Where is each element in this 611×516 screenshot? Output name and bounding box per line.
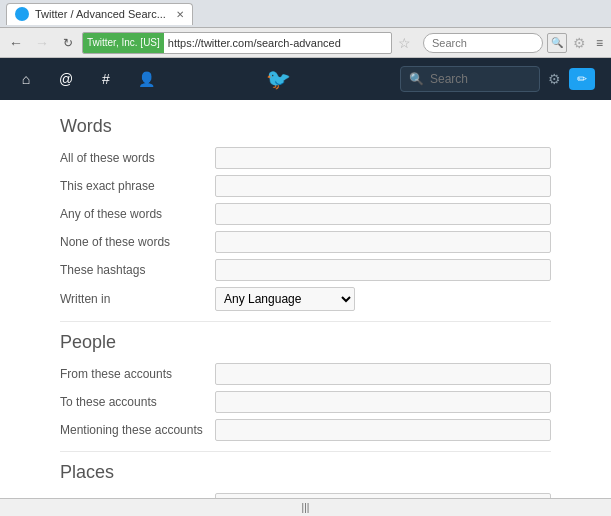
address-bar[interactable]: Twitter, Inc. [US] https://twitter.com/s… — [82, 32, 392, 54]
nav-bar: ← → ↻ Twitter, Inc. [US] https://twitter… — [0, 28, 611, 58]
twitter-search-input[interactable] — [430, 72, 530, 86]
toolbar-right-area: 🔍 ⚙ ✏ — [400, 66, 595, 92]
bookmark-star[interactable]: ☆ — [394, 35, 415, 51]
twitter-toolbar: ⌂ @ # 👤 🐦 🔍 ⚙ ✏ — [0, 58, 611, 100]
hashtags-row: These hashtags — [60, 259, 551, 281]
browser-search-go[interactable]: 🔍 — [547, 33, 567, 53]
nav-menu-button[interactable]: ≡ — [592, 36, 607, 50]
exact-phrase-row: This exact phrase — [60, 175, 551, 197]
status-bar: ||| — [0, 498, 611, 516]
people-divider — [60, 451, 551, 452]
twitter-bird-logo: 🐦 — [266, 67, 291, 91]
places-section-title: Places — [60, 462, 551, 483]
user-icon[interactable]: 👤 — [136, 69, 156, 89]
back-button[interactable]: ← — [4, 32, 28, 54]
none-words-input[interactable] — [215, 231, 551, 253]
browser-search-input[interactable] — [423, 33, 543, 53]
hash-icon[interactable]: # — [96, 69, 116, 89]
to-accounts-label: To these accounts — [60, 395, 215, 409]
near-place-label: Near this place — [60, 497, 215, 498]
exact-phrase-label: This exact phrase — [60, 179, 215, 193]
hashtags-label: These hashtags — [60, 263, 215, 277]
any-words-input[interactable] — [215, 203, 551, 225]
tab-favicon — [15, 7, 29, 21]
browser-search-area: 🔍 — [423, 33, 567, 53]
mentioning-accounts-label: Mentioning these accounts — [60, 423, 215, 437]
mentioning-accounts-row: Mentioning these accounts — [60, 419, 551, 441]
all-words-label: All of these words — [60, 151, 215, 165]
home-icon[interactable]: ⌂ — [16, 69, 36, 89]
people-section-title: People — [60, 332, 551, 353]
to-accounts-input[interactable] — [215, 391, 551, 413]
near-place-row: Near this place — [60, 493, 551, 498]
words-divider — [60, 321, 551, 322]
hashtags-input[interactable] — [215, 259, 551, 281]
near-place-input[interactable] — [215, 493, 551, 498]
exact-phrase-input[interactable] — [215, 175, 551, 197]
words-section-title: Words — [60, 116, 551, 137]
none-words-row: None of these words — [60, 231, 551, 253]
settings-gear-icon[interactable]: ⚙ — [548, 71, 561, 87]
all-words-row: All of these words — [60, 147, 551, 169]
compose-tweet-button[interactable]: ✏ — [569, 68, 595, 90]
gear-nav-icon[interactable]: ⚙ — [569, 35, 590, 51]
reload-button[interactable]: ↻ — [56, 32, 80, 54]
from-accounts-label: From these accounts — [60, 367, 215, 381]
language-select[interactable]: Any Language English Spanish French Germ… — [215, 287, 355, 311]
mentioning-accounts-input[interactable] — [215, 419, 551, 441]
tab-close-btn[interactable]: ✕ — [176, 9, 184, 20]
all-words-input[interactable] — [215, 147, 551, 169]
from-accounts-row: From these accounts — [60, 363, 551, 385]
any-words-label: Any of these words — [60, 207, 215, 221]
tab-title: Twitter / Advanced Searc... — [35, 8, 166, 20]
title-bar: Twitter / Advanced Searc... ✕ — [0, 0, 611, 28]
toolbar-nav-icons: ⌂ @ # 👤 — [16, 69, 156, 89]
page-content: Words All of these words This exact phra… — [0, 100, 611, 498]
any-words-row: Any of these words — [60, 203, 551, 225]
twitter-search-box[interactable]: 🔍 — [400, 66, 540, 92]
ssl-badge: Twitter, Inc. [US] — [83, 33, 164, 53]
browser-tab[interactable]: Twitter / Advanced Searc... ✕ — [6, 3, 193, 25]
twitter-search-icon: 🔍 — [409, 72, 424, 86]
from-accounts-input[interactable] — [215, 363, 551, 385]
forward-button[interactable]: → — [30, 32, 54, 54]
written-in-row: Written in Any Language English Spanish … — [60, 287, 551, 311]
at-icon[interactable]: @ — [56, 69, 76, 89]
to-accounts-row: To these accounts — [60, 391, 551, 413]
none-words-label: None of these words — [60, 235, 215, 249]
address-text: https://twitter.com/search-advanced — [164, 37, 391, 49]
written-in-label: Written in — [60, 292, 215, 306]
status-center: ||| — [302, 502, 310, 513]
